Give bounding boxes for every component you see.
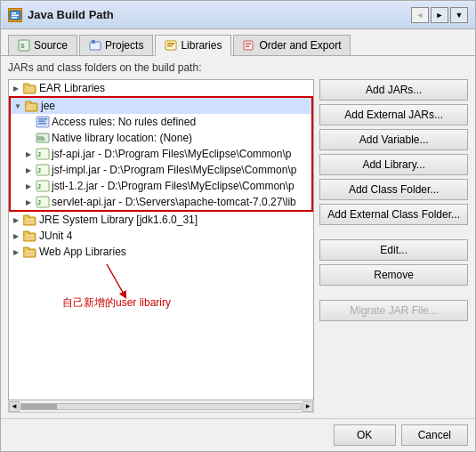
title-bar: Java Build Path ◄ ► ▼: [1, 1, 475, 29]
svg-rect-39: [25, 234, 34, 240]
content-area: JARs and class folders on the build path…: [1, 56, 475, 418]
list-item[interactable]: ▶ J servlet-api.jar - D:\Servers\apache-…: [11, 194, 311, 210]
ok-button[interactable]: OK: [334, 424, 396, 446]
list-item[interactable]: Access rules: No rules defined: [11, 114, 311, 130]
dropdown-arrow[interactable]: ▼: [450, 7, 468, 23]
access-rules-icon: [36, 115, 50, 129]
expand-icon[interactable]: ▶: [11, 83, 21, 93]
svg-rect-11: [244, 41, 253, 50]
jsf-impl-jar-icon: J: [36, 163, 50, 177]
title-bar-left: Java Build Path: [8, 8, 114, 22]
native-lib-icon: lib: [36, 131, 50, 145]
tab-source-label: Source: [34, 39, 68, 52]
horizontal-scrollbar[interactable]: ◄ ►: [8, 400, 314, 413]
svg-rect-7: [92, 40, 95, 44]
native-lib-label: Native library location: (None): [52, 132, 192, 144]
svg-rect-21: [38, 118, 47, 120]
source-icon: S: [18, 39, 30, 52]
jre-icon: [23, 213, 37, 227]
tab-source[interactable]: S Source: [8, 35, 77, 55]
tab-libraries[interactable]: Libraries: [155, 35, 231, 56]
annotation-area: 自己新增的user libariry: [9, 260, 313, 322]
svg-rect-2: [12, 14, 19, 16]
tree-panel[interactable]: ▶ EAR Libraries: [8, 79, 314, 400]
servlet-label: servlet-api.jar - D:\Servers\apache-tomc…: [52, 196, 296, 208]
bottom-bar: OK Cancel: [1, 418, 475, 451]
dialog-title: Java Build Path: [28, 8, 114, 21]
expand-icon[interactable]: ▶: [23, 149, 34, 159]
junit-icon: [23, 229, 37, 243]
list-item[interactable]: lib Native library location: (None): [11, 130, 311, 146]
description-text: JARs and class folders on the build path…: [8, 61, 468, 74]
webapp-icon: [23, 245, 37, 259]
scroll-left-btn[interactable]: ◄: [9, 401, 20, 412]
list-item[interactable]: ▶ JRE System Library [jdk1.6.0_31]: [9, 212, 313, 228]
dialog-icon: [8, 8, 22, 22]
list-item[interactable]: ▶ J jstl-1.2.jar - D:\Program Files\MyEc…: [11, 178, 311, 194]
back-arrow[interactable]: ◄: [411, 7, 429, 23]
add-external-jars-button[interactable]: Add External JARs...: [319, 104, 468, 125]
list-item[interactable]: ▼ jee: [11, 98, 311, 114]
expand-icon[interactable]: ▶: [23, 165, 34, 175]
projects-icon: [89, 39, 101, 52]
jstl-jar-icon: J: [36, 179, 50, 193]
svg-rect-10: [167, 45, 173, 47]
svg-rect-1: [12, 12, 16, 14]
svg-rect-42: [25, 250, 34, 256]
expand-icon[interactable]: ▶: [23, 197, 34, 207]
ear-libraries-icon: [23, 81, 37, 95]
servlet-jar-icon: J: [36, 195, 50, 209]
junit-label: JUnit 4: [39, 230, 72, 242]
expand-icon[interactable]: ▶: [23, 181, 34, 191]
svg-rect-23: [38, 123, 46, 125]
list-item[interactable]: ▶ J jsf-api.jar - D:\Program Files\MyEcl…: [11, 146, 311, 162]
add-variable-button[interactable]: Add Variable...: [319, 129, 468, 150]
webapp-label: Web App Libraries: [39, 246, 126, 258]
tab-order-export[interactable]: Order and Export: [233, 35, 351, 55]
tab-projects[interactable]: Projects: [79, 35, 153, 55]
svg-rect-16: [25, 86, 34, 93]
list-item[interactable]: ▶ EAR Libraries: [9, 80, 313, 96]
cancel-button[interactable]: Cancel: [401, 424, 468, 446]
svg-line-43: [107, 264, 125, 295]
expand-icon[interactable]: ▶: [11, 246, 21, 257]
expand-icon[interactable]: ▼: [12, 101, 23, 111]
add-class-folder-button[interactable]: Add Class Folder...: [319, 179, 468, 200]
list-item[interactable]: ▶ JUnit 4: [9, 228, 313, 244]
tab-order-label: Order and Export: [259, 39, 341, 52]
edit-button[interactable]: Edit...: [319, 239, 468, 261]
jre-label: JRE System Library [jdk1.6.0_31]: [39, 214, 198, 226]
jee-section: ▼ jee: [9, 96, 313, 212]
expand-icon[interactable]: ▶: [11, 230, 21, 241]
jsf-api-jar-icon: J: [36, 147, 50, 161]
svg-rect-22: [38, 121, 45, 123]
list-item[interactable]: ▶ Web App Libraries: [9, 244, 313, 260]
nav-arrows: ◄ ► ▼: [411, 7, 468, 23]
tab-libraries-label: Libraries: [181, 39, 222, 52]
jee-folder-icon: [25, 99, 39, 113]
jsf-api-label: jsf-api.jar - D:\Program Files\MyEclipse…: [52, 148, 291, 160]
svg-rect-19: [27, 104, 36, 110]
tab-projects-label: Projects: [105, 39, 143, 52]
scroll-track[interactable]: [20, 403, 302, 410]
svg-text:J: J: [37, 167, 41, 174]
jee-label: jee: [41, 100, 55, 112]
jsf-impl-label: jsf-impl.jar - D:\Program Files\MyEclips…: [52, 164, 296, 176]
migrate-jar-button[interactable]: Migrate JAR File...: [319, 300, 468, 321]
remove-button[interactable]: Remove: [319, 264, 468, 286]
forward-arrow[interactable]: ►: [431, 7, 448, 23]
svg-text:lib: lib: [37, 135, 44, 141]
scroll-thumb[interactable]: [21, 404, 57, 409]
svg-rect-9: [167, 43, 174, 44]
add-jars-button[interactable]: Add JARs...: [319, 79, 468, 101]
expand-icon[interactable]: ▶: [11, 214, 21, 225]
svg-rect-3: [12, 17, 17, 19]
svg-text:J: J: [37, 199, 41, 206]
order-icon: [243, 39, 255, 52]
scroll-right-btn[interactable]: ►: [303, 401, 313, 412]
list-item[interactable]: ▶ J jsf-impl.jar - D:\Program Files\MyEc…: [11, 162, 311, 178]
svg-rect-36: [25, 218, 34, 224]
add-external-class-folder-button[interactable]: Add External Class Folder...: [319, 204, 468, 225]
add-library-button[interactable]: Add Library...: [319, 154, 468, 175]
svg-text:J: J: [37, 183, 41, 190]
